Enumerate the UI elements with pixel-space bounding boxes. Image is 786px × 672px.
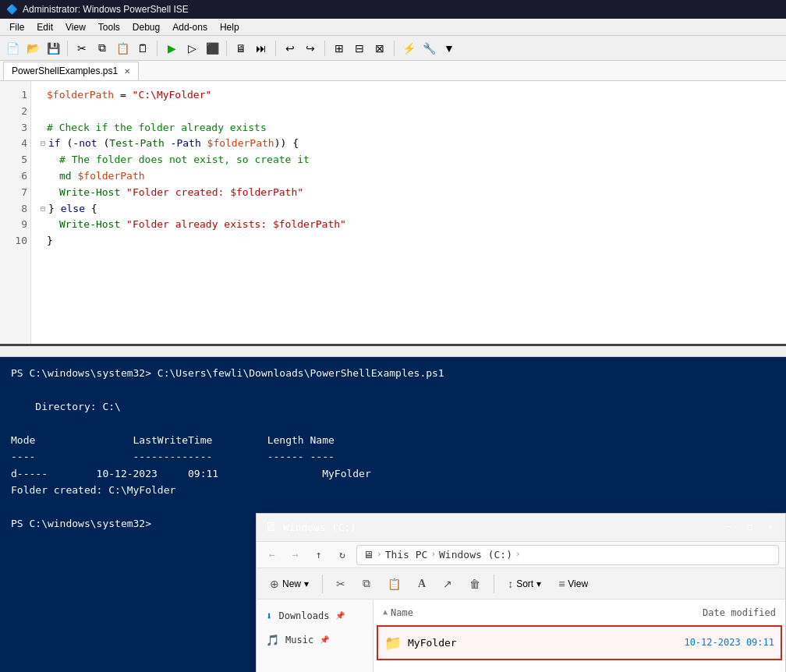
fe-share-btn[interactable]: ↗ bbox=[436, 574, 459, 594]
tab-bar: PowerShellExamples.ps1 ✕ bbox=[0, 61, 786, 81]
sidebar-item-music[interactable]: 🎵 Music 📌 bbox=[257, 628, 373, 653]
expand-btn[interactable]: ⊞ bbox=[330, 39, 349, 58]
fe-up-btn[interactable]: ↑ bbox=[310, 546, 328, 564]
fe-breadcrumb-thispc[interactable]: This PC bbox=[385, 546, 428, 563]
toolbar-sep-5 bbox=[324, 41, 325, 56]
fe-refresh-btn[interactable]: ↻ bbox=[333, 546, 352, 564]
fe-delete-btn[interactable]: 🗑 bbox=[462, 574, 487, 594]
fe-new-chevron: ▾ bbox=[304, 578, 309, 589]
extra-btn[interactable]: 🔧 bbox=[420, 39, 438, 58]
tab-powershell[interactable]: PowerShellExamples.ps1 ✕ bbox=[3, 62, 139, 80]
menu-tools[interactable]: Tools bbox=[92, 20, 126, 34]
sidebar-item-downloads[interactable]: ⬇ Downloads 📌 bbox=[257, 604, 373, 628]
split-btn[interactable]: ⊠ bbox=[370, 39, 389, 58]
fe-title-text: Windows (C:) bbox=[283, 519, 715, 536]
file-name: MyFolder bbox=[408, 635, 650, 651]
menu-help[interactable]: Help bbox=[214, 20, 246, 34]
editor-hscroll[interactable] bbox=[0, 346, 786, 357]
fe-breadcrumb-sep-3: › bbox=[515, 547, 521, 561]
fe-view-btn[interactable]: ≡ View bbox=[551, 574, 595, 594]
fe-rename-icon: A bbox=[418, 578, 426, 590]
code-text: } else { bbox=[48, 201, 97, 218]
fe-sort-btn[interactable]: ↕ Sort ▾ bbox=[501, 574, 548, 594]
fe-paste-btn[interactable]: 📋 bbox=[381, 574, 408, 594]
toolbar-sep-2 bbox=[157, 41, 158, 56]
fe-back-btn[interactable]: ← bbox=[263, 546, 281, 564]
code-text: Write-Host "Folder already exists: $fold… bbox=[59, 217, 346, 233]
fe-breadcrumb-sep-1: › bbox=[377, 547, 382, 561]
ps-btn[interactable]: ⚡ bbox=[399, 39, 418, 58]
fe-maximize-btn[interactable]: □ bbox=[742, 518, 757, 536]
menu-addons[interactable]: Add-ons bbox=[166, 20, 214, 34]
stop-btn[interactable]: ⬛ bbox=[203, 39, 221, 58]
undo-btn[interactable]: ↩ bbox=[281, 39, 299, 58]
run-btn[interactable]: ▶ bbox=[162, 39, 181, 58]
code-text: if (-not (Test-Path -Path $folderPath)) … bbox=[48, 136, 299, 152]
fe-view-label: View bbox=[568, 578, 588, 589]
menu-file[interactable]: File bbox=[3, 20, 30, 34]
fe-content: ⬇ Downloads 📌 🎵 Music 📌 ▲ Name Date modi… bbox=[257, 599, 785, 672]
terminal-line-4 bbox=[11, 415, 775, 431]
toolbar-sep-4 bbox=[275, 41, 276, 56]
more-btn[interactable]: ▼ bbox=[440, 39, 458, 58]
paste-btn[interactable]: 📋 bbox=[113, 39, 132, 58]
file-explorer-window: 🖥 Windows (C:) ─ □ ✕ ← → ↑ ↻ 🖥 › This PC… bbox=[256, 513, 786, 672]
fe-title-icon: 🖥 bbox=[264, 517, 277, 537]
fe-toolbar-sep-2 bbox=[494, 575, 494, 593]
new-btn[interactable]: 📄 bbox=[3, 39, 22, 58]
fe-close-btn[interactable]: ✕ bbox=[763, 518, 777, 536]
debug-btn[interactable]: 🖥 bbox=[232, 39, 250, 58]
fe-delete-icon: 🗑 bbox=[469, 578, 480, 590]
music-icon: 🎵 bbox=[266, 631, 279, 649]
save-btn[interactable]: 💾 bbox=[44, 39, 62, 58]
fe-breadcrumb-drive[interactable]: Windows (C:) bbox=[439, 546, 512, 563]
clear-btn[interactable]: 🗒 bbox=[133, 39, 152, 58]
app-icon: 🔷 bbox=[6, 4, 18, 15]
fe-new-btn[interactable]: ⊕ New ▾ bbox=[263, 574, 316, 594]
fe-rename-btn[interactable]: A bbox=[411, 574, 433, 594]
redo-btn[interactable]: ↪ bbox=[301, 39, 320, 58]
fe-toolbar: ⊕ New ▾ ✂ ⧉ 📋 A ↗ 🗑 bbox=[257, 568, 785, 599]
code-line-1: $folderPath = "C:\MyFolder" bbox=[41, 87, 777, 104]
toolbar-sep-1 bbox=[67, 41, 68, 56]
code-text: Write-Host "Folder created: $folderPath" bbox=[59, 185, 303, 201]
code-line-8: ⊟ } else { bbox=[41, 201, 777, 218]
folder-icon: 📁 bbox=[384, 631, 402, 655]
menu-view[interactable]: View bbox=[59, 20, 92, 34]
file-item-myfolder[interactable]: 📁 MyFolder 10-12-2023 09:11 bbox=[377, 625, 782, 661]
fe-new-label: New bbox=[282, 578, 301, 589]
open-btn[interactable]: 📂 bbox=[23, 39, 42, 58]
col-date[interactable]: Date modified bbox=[651, 606, 776, 621]
pin-icon-music: 📌 bbox=[320, 634, 329, 647]
code-content[interactable]: $folderPath = "C:\MyFolder" # Check if t… bbox=[31, 81, 786, 344]
fe-minimize-btn[interactable]: ─ bbox=[721, 518, 736, 536]
code-line-5: # The folder does not exist, so create i… bbox=[41, 152, 777, 168]
fe-paste-icon: 📋 bbox=[388, 578, 401, 590]
copy-btn[interactable]: ⧉ bbox=[93, 39, 112, 58]
fe-new-icon: ⊕ bbox=[270, 578, 279, 590]
sidebar-item-label: Music bbox=[285, 633, 313, 649]
terminal: PS C:\windows\system32> C:\Users\fewli\D… bbox=[0, 357, 786, 672]
cut-btn[interactable]: ✂ bbox=[73, 39, 91, 58]
fe-share-icon: ↗ bbox=[443, 578, 452, 590]
code-line-9: Write-Host "Folder already exists: $fold… bbox=[41, 217, 777, 233]
fe-main: ▲ Name Date modified 📁 MyFolder 10-12-20… bbox=[374, 599, 785, 672]
fe-copy-btn[interactable]: ⧉ bbox=[356, 573, 377, 594]
code-line-3: # Check if the folder already exists bbox=[41, 120, 777, 136]
fe-breadcrumb[interactable]: 🖥 › This PC › Windows (C:) › bbox=[356, 545, 779, 565]
step-btn[interactable]: ⏭ bbox=[252, 39, 271, 58]
terminal-line-3: Directory: C:\ bbox=[11, 398, 775, 415]
fe-forward-btn[interactable]: → bbox=[286, 546, 305, 564]
fold-btn-8[interactable]: ⊟ bbox=[41, 203, 45, 215]
menu-debug[interactable]: Debug bbox=[126, 20, 166, 34]
fe-cut-btn[interactable]: ✂ bbox=[329, 574, 352, 594]
collapse-btn[interactable]: ⊟ bbox=[350, 39, 369, 58]
col-name[interactable]: Name bbox=[391, 606, 651, 621]
fold-btn-4[interactable]: ⊟ bbox=[41, 137, 45, 150]
fe-sort-icon: ↕ bbox=[508, 578, 513, 590]
run-sel-btn[interactable]: ▷ bbox=[182, 39, 201, 58]
code-text: $folderPath = "C:\MyFolder" bbox=[47, 87, 211, 104]
tab-close[interactable]: ✕ bbox=[124, 67, 130, 76]
menu-edit[interactable]: Edit bbox=[30, 20, 59, 34]
toolbar-sep-3 bbox=[226, 41, 227, 56]
